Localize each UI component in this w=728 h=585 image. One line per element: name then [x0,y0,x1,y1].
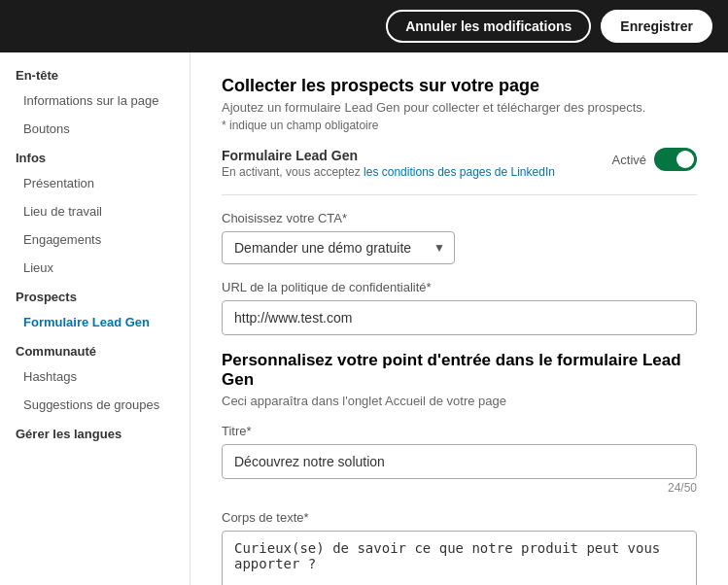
lead-gen-label: Formulaire Lead Gen [222,148,555,163]
linkedin-conditions-link[interactable]: les conditions des pages de LinkedIn [364,165,555,179]
cancel-button[interactable]: Annuler les modifications [386,10,591,43]
url-input[interactable] [222,300,697,335]
cta-label: Choisissez votre CTA* [222,211,697,225]
divider-1 [222,194,697,195]
content-area: Collecter les prospects sur votre page A… [191,52,728,585]
top-bar: Annuler les modifications Enregistrer [0,0,728,52]
save-button[interactable]: Enregistrer [601,10,712,43]
lead-gen-row: Formulaire Lead Gen En activant, vous ac… [222,148,697,179]
main-subtext: Ajoutez un formulaire Lead Gen pour coll… [222,100,697,115]
url-label: URL de la politique de confidentialité* [222,280,697,294]
sidebar-item-suggestions[interactable]: Suggestions de groupes [0,391,190,419]
lead-gen-sublabel: En activant, vous acceptez les condition… [222,165,555,179]
sidebar-section-infos: Infos [0,143,190,169]
title-char-count: 24/50 [222,481,697,495]
main-layout: En-tête Informations sur la page Boutons… [0,52,728,585]
body-label: Corps de texte* [222,510,697,525]
sidebar-section-langues: Gérer les langues [0,419,190,445]
body-group: Corps de texte* Curieux(se) de savoir ce… [222,510,697,585]
sidebar-item-hashtags[interactable]: Hashtags [0,362,190,391]
body-textarea[interactable]: Curieux(se) de savoir ce que notre produ… [222,531,697,585]
toggle-container: Activé [612,148,697,171]
toggle-label: Activé [612,153,646,167]
sidebar: En-tête Informations sur la page Boutons… [0,52,191,585]
required-note: * indique un champ obligatoire [222,119,697,132]
sidebar-item-lieu-travail[interactable]: Lieu de travail [0,197,190,225]
sidebar-section-communaute: Communauté [0,336,190,362]
sidebar-item-informations[interactable]: Informations sur la page [0,86,190,115]
sidebar-item-presentation[interactable]: Présentation [0,169,190,197]
cta-group: Choisissez votre CTA* Demander une démo … [222,211,697,264]
section2-heading: Personnalisez votre point d'entrée dans … [222,351,697,390]
sidebar-section-entete: En-tête [0,60,190,86]
sidebar-item-lead-gen[interactable]: Formulaire Lead Gen [0,308,190,336]
sidebar-section-prospects: Prospects [0,282,190,308]
lead-gen-info: Formulaire Lead Gen En activant, vous ac… [222,148,555,179]
main-heading: Collecter les prospects sur votre page [222,76,697,96]
sidebar-item-lieux[interactable]: Lieux [0,254,190,282]
sidebar-item-boutons[interactable]: Boutons [0,115,190,143]
section2-subtext: Ceci apparaîtra dans l'onglet Accueil de… [222,394,697,408]
title-input[interactable] [222,444,697,479]
url-group: URL de la politique de confidentialité* [222,280,697,335]
title-group: Titre* 24/50 [222,424,697,495]
cta-select-wrapper: Demander une démo gratuite S'inscrire En… [222,231,455,264]
sidebar-item-engagements[interactable]: Engagements [0,225,190,254]
cta-select[interactable]: Demander une démo gratuite S'inscrire En… [222,231,455,264]
title-label: Titre* [222,424,697,438]
lead-gen-toggle[interactable] [654,148,697,171]
